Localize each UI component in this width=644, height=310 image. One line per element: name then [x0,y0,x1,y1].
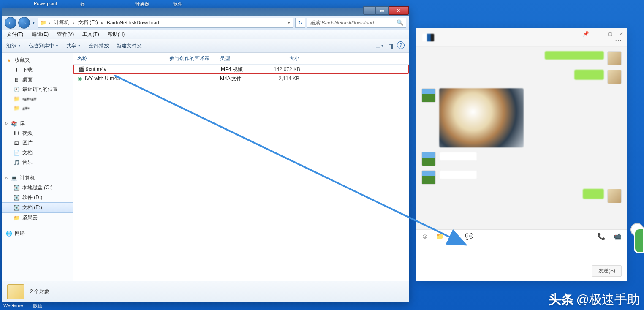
nav-drive-d[interactable]: 💽软件 (D:) [2,193,73,202]
status-bar: 2 个对象 [2,281,409,302]
nav-computer[interactable]: ▷💻计算机 [2,173,73,183]
nav-favorites[interactable]: ★收藏夹 [2,55,73,65]
avatar[interactable] [607,51,622,65]
breadcrumb-item[interactable]: 计算机 [53,19,71,27]
taskbar: WeGame 微信 [3,303,42,309]
avatar[interactable] [421,88,436,103]
breadcrumb-item[interactable]: BaiduNetdiskDownload [106,19,160,26]
search-icon[interactable]: 🔍 [397,19,403,26]
message-in[interactable] [421,152,622,166]
chat-input-area[interactable]: 发送(S) [416,243,627,281]
message-out[interactable] [421,70,622,84]
message-bubble [545,51,604,60]
file-button[interactable]: 📁 [436,232,444,240]
nav-desktop[interactable]: 🖥桌面 [2,75,73,84]
playall-button[interactable]: 全部播放 [89,42,109,49]
back-button[interactable]: ← [5,17,16,29]
explorer-window: — ▭ ✕ ← → ▼ 📁 ▸ 计算机 ▸ 文档 (E:) ▸ BaiduNet… [2,8,409,302]
video-file-icon: 🎬 [78,66,86,72]
search-box[interactable]: 🔍 [307,18,406,28]
message-in[interactable] [421,170,622,185]
new-folder-button[interactable]: 新建文件夹 [117,42,142,49]
nav-pane: ★收藏夹 ⬇下载 🖥桌面 🕘最近访问的位置 📁▪▴▾▪▴▾ 📁▴▾▪ ▷📚库 🎞… [2,53,73,281]
col-name[interactable]: 名称 [77,55,169,62]
nav-library[interactable]: ▷📚库 [2,119,73,128]
menu-edit[interactable]: 编辑(E) [30,30,50,39]
message-out[interactable] [421,51,622,65]
message-bubble [583,189,604,199]
side-widget[interactable] [634,228,644,253]
audio-file-icon: ◉ [77,76,85,82]
video-call-button[interactable]: 📹 [613,232,622,240]
chat-maximize-button[interactable]: ▢ [608,31,612,37]
share-button[interactable]: 共享▼ [66,42,81,49]
menu-view[interactable]: 查看(V) [56,30,75,39]
file-name: IVY with U.m4a [85,76,169,82]
avatar[interactable] [607,189,622,203]
search-input[interactable] [310,20,397,26]
menu-tools[interactable]: 工具(T) [81,30,100,39]
folder-icon [7,284,24,299]
toolbar: 组织▼ 包含到库中▼ 共享▼ 全部播放 新建文件夹 ☰ ▼ ◨ ? [2,39,409,53]
message-bubble [439,152,477,161]
message-in[interactable] [421,88,622,147]
desktop-label: 器 [80,1,85,7]
avatar[interactable] [607,70,622,84]
close-button[interactable]: ✕ [389,6,409,15]
titlebar[interactable]: — ▭ ✕ [2,8,409,16]
help-button[interactable]: ? [397,41,405,49]
chat-messages [416,47,627,229]
forward-button[interactable]: → [18,17,30,29]
emoji-button[interactable]: ☺ [421,233,428,240]
file-size: 142,072 KB [271,66,304,72]
screenshot-button[interactable]: ✂ [452,232,457,240]
history-button[interactable]: 💬 [465,232,473,240]
menu-file[interactable]: 文件(F) [5,30,24,39]
minimize-button[interactable]: — [363,6,376,15]
desktop-label: Powerpoint [34,1,57,6]
send-button[interactable]: 发送(S) [592,265,622,277]
nav-downloads[interactable]: ⬇下载 [2,65,73,75]
view-mode-button[interactable]: ☰ ▼ [375,41,384,51]
breadcrumb-item[interactable]: 文档 (E:) [77,19,99,27]
column-headers[interactable]: 名称 参与创作的艺术家 类型 大小 [73,53,409,65]
file-name: 9cut.m4v [86,66,170,72]
maximize-button[interactable]: ▭ [376,6,389,15]
nav-network[interactable]: 🌐网络 [2,228,73,238]
status-text: 2 个对象 [30,288,49,295]
message-out[interactable] [421,189,622,203]
chat-minimize-button[interactable]: — [596,31,601,37]
col-artist[interactable]: 参与创作的艺术家 [169,55,220,62]
nav-jianguo[interactable]: 📁坚果云 [2,213,73,223]
chat-more-button[interactable]: ⋯ [615,36,622,44]
pin-button[interactable]: 📌 [583,31,589,37]
col-size[interactable]: 大小 [270,55,304,62]
include-library-button[interactable]: 包含到库中▼ [29,42,59,49]
nav-music[interactable]: 🎵音乐 [2,158,73,167]
nav-drive-c[interactable]: 💽本地磁盘 (C:) [2,183,73,193]
preview-pane-button[interactable]: ◨ [386,41,395,51]
nav-history-dropdown[interactable]: ▼ [32,21,36,25]
organize-button[interactable]: 组织▼ [6,42,21,49]
nav-drive-e[interactable]: 💽文档 (E:) [2,202,73,213]
refresh-button[interactable]: ↻ [295,18,305,28]
breadcrumb[interactable]: 📁 ▸ 计算机 ▸ 文档 (E:) ▸ BaiduNetdiskDownload… [38,18,293,28]
nav-recent[interactable]: 🕘最近访问的位置 [2,84,73,94]
file-row[interactable]: ◉ IVY with U.m4a M4A 文件 2,114 KB [73,74,409,83]
voice-call-button[interactable]: 📞 [597,232,606,240]
desktop-label: 软件 [173,1,182,7]
menu-help[interactable]: 帮助(H) [106,30,126,39]
avatar[interactable] [421,152,436,166]
col-type[interactable]: 类型 [220,55,270,62]
breadcrumb-dropdown[interactable]: ▾ [287,21,291,25]
nav-pictures[interactable]: 🖼图片 [2,138,73,148]
desktop-label: 转换器 [135,1,149,7]
avatar[interactable] [421,170,436,185]
nav-documents[interactable]: 📄文档 [2,148,73,158]
nav-videos[interactable]: 🎞视频 [2,128,73,138]
image-message[interactable] [439,88,524,147]
chat-titlebar[interactable]: 📌 — ▢ ✕ ⋯ [416,28,627,47]
file-list: 🎬 9cut.m4v MP4 视频 142,072 KB ◉ IVY with … [73,65,409,281]
file-row[interactable]: 🎬 9cut.m4v MP4 视频 142,072 KB [73,65,409,74]
file-type: MP4 视频 [221,66,271,73]
